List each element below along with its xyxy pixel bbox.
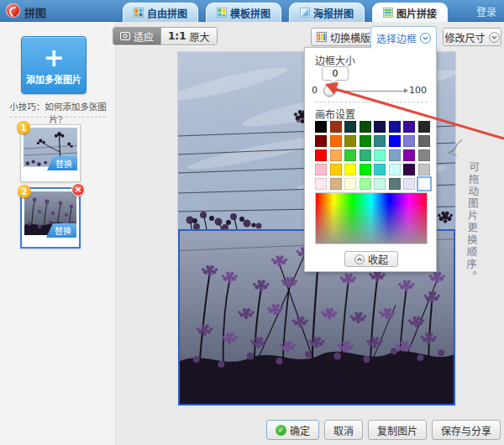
copy-image-button[interactable]: 复制图片 (368, 420, 427, 440)
chevron-down-icon (420, 33, 431, 44)
color-swatch[interactable] (374, 121, 386, 133)
color-swatch[interactable] (403, 149, 415, 161)
color-palette (315, 121, 430, 190)
sidebar-divider (10, 117, 106, 118)
zoom-mode-group: 适应 1:1 原大 (113, 27, 218, 45)
slider-max-label: 100 (409, 85, 427, 96)
switch-layout-button[interactable]: 切换横版 (311, 28, 376, 46)
tab-poster-collage[interactable]: 海报拼图 (289, 3, 365, 22)
tab-label: 模板拼图 (230, 6, 270, 20)
delete-icon[interactable]: × (71, 183, 85, 196)
cancel-label: 取消 (333, 423, 354, 437)
tab-free-collage[interactable]: 自由拼图 (123, 3, 198, 22)
color-swatch[interactable] (360, 149, 371, 161)
color-swatch[interactable] (374, 178, 386, 190)
copy-image-label: 复制图片 (377, 423, 417, 437)
color-swatch[interactable] (389, 164, 401, 175)
switch-layout-icon (317, 32, 327, 42)
color-swatch[interactable] (389, 135, 401, 147)
resize-label: 修改尺寸 (444, 30, 485, 44)
tab-image-stitch[interactable]: 图片拼接 (372, 3, 448, 22)
color-swatch[interactable] (360, 121, 371, 133)
color-swatch[interactable] (315, 135, 327, 147)
poster-collage-icon (300, 8, 310, 18)
select-border-label: 选择边框 (376, 31, 417, 45)
color-swatch[interactable] (344, 178, 356, 190)
color-swatch[interactable] (418, 164, 430, 175)
color-swatch[interactable] (418, 135, 430, 147)
order-badge: 2 (18, 185, 31, 198)
tab-template-collage[interactable]: 模板拼图 (206, 3, 281, 22)
add-images-button[interactable]: + 添加多张图片 (21, 36, 87, 94)
color-swatch[interactable] (330, 178, 342, 190)
color-swatch[interactable] (330, 149, 342, 161)
plus-icon: + (43, 45, 64, 71)
color-swatch[interactable] (315, 164, 327, 175)
add-images-label: 添加多张图片 (26, 72, 81, 86)
thumbnail-item-2[interactable]: 2 × 替换 (20, 187, 81, 249)
app-window: 拼图 自由拼图 模板拼图 海报拼图 图片拼接 登录 + 添加多张图片 (0, 0, 504, 445)
footer-actions: ✓ 确定 取消 复制图片 保存与分享 (266, 420, 501, 440)
gradient-picker[interactable] (315, 192, 428, 244)
confirm-button[interactable]: ✓ 确定 (266, 420, 319, 440)
color-swatch[interactable] (344, 149, 356, 161)
color-swatch[interactable] (374, 164, 386, 175)
color-swatch[interactable] (330, 121, 342, 133)
color-swatch[interactable] (344, 121, 356, 133)
fit-button[interactable]: 适应 (113, 28, 160, 44)
panel-divider (315, 102, 428, 102)
thumbnail-item-1[interactable]: 1 替换 (20, 124, 81, 182)
color-swatch[interactable] (418, 178, 430, 190)
border-size-slider-track[interactable] (328, 91, 405, 92)
collapse-label: 收起 (368, 252, 388, 266)
color-swatch[interactable] (374, 135, 386, 147)
color-swatch[interactable] (403, 121, 415, 133)
resize-button[interactable]: 修改尺寸 (443, 28, 501, 46)
sidebar: + 添加多张图片 小技巧：如何添加多张图片？ 1 替换 2 (0, 22, 116, 445)
color-swatch[interactable] (344, 135, 356, 147)
stitch-icon (383, 8, 393, 18)
color-swatch[interactable] (315, 149, 327, 161)
select-border-button[interactable]: 选择边框 (370, 26, 437, 49)
login-link[interactable]: 登录 (476, 4, 496, 18)
color-swatch[interactable] (330, 135, 342, 147)
color-swatch[interactable] (403, 135, 415, 147)
color-swatch[interactable] (389, 178, 401, 190)
tab-label: 图片拼接 (396, 6, 437, 20)
slider-min-label: 0 (312, 85, 318, 96)
tab-label: 海报拼图 (313, 6, 354, 20)
tab-label: 自由拼图 (147, 6, 187, 20)
note-text: 可拖动图片更换顺序。 (462, 161, 481, 304)
app-title: 拼图 (24, 4, 46, 20)
color-swatch[interactable] (360, 164, 371, 175)
color-swatch[interactable] (360, 135, 371, 147)
save-share-label: 保存与分享 (441, 423, 491, 437)
chevron-down-icon (489, 32, 500, 43)
color-swatch[interactable] (389, 121, 401, 133)
fit-icon (120, 32, 130, 40)
template-collage-icon (217, 8, 227, 18)
color-swatch[interactable] (315, 121, 327, 133)
color-swatch[interactable] (403, 164, 415, 175)
color-swatch[interactable] (344, 164, 356, 175)
collapse-button[interactable]: 收起 (344, 251, 398, 267)
border-size-label: 边框大小 (315, 53, 355, 67)
color-swatch[interactable] (360, 178, 371, 190)
border-size-slider-handle[interactable] (323, 85, 335, 97)
save-share-button[interactable]: 保存与分享 (432, 420, 501, 440)
color-swatch[interactable] (418, 121, 430, 133)
top-bar: 拼图 自由拼图 模板拼图 海报拼图 图片拼接 登录 (0, 0, 504, 22)
color-swatch[interactable] (403, 178, 415, 190)
cancel-button[interactable]: 取消 (324, 420, 363, 440)
color-swatch[interactable] (418, 149, 430, 161)
color-swatch[interactable] (374, 149, 386, 161)
switch-layout-label: 切换横版 (330, 30, 370, 44)
original-size-button[interactable]: 1:1 原大 (160, 28, 217, 44)
color-swatch[interactable] (330, 164, 342, 175)
app-logo-icon (6, 3, 20, 18)
check-icon: ✓ (276, 425, 286, 436)
original-size-label: 原大 (190, 29, 210, 44)
color-swatch[interactable] (315, 178, 327, 190)
color-swatch[interactable] (389, 149, 401, 161)
border-panel: 边框大小 0 100 画布设置 收起 (304, 47, 437, 272)
